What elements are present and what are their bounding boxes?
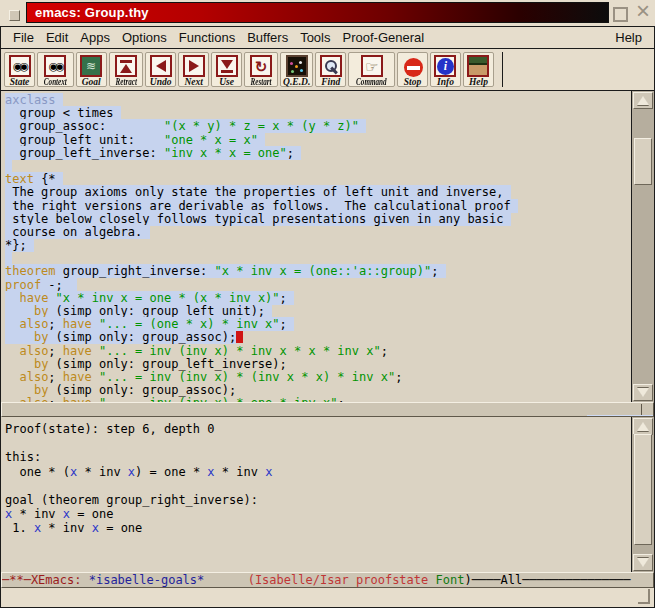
stop-icon bbox=[401, 55, 423, 77]
menu-proof-general[interactable]: Proof-General bbox=[337, 28, 431, 47]
toolbar-button-label: Undo bbox=[150, 77, 172, 87]
toolbar-button-label: Goal bbox=[82, 77, 101, 87]
next-icon bbox=[183, 55, 205, 77]
restart-icon bbox=[250, 55, 272, 77]
goal-line: x * inv x = one bbox=[5, 507, 631, 521]
goal-line: goal (theorem group_right_inverse): bbox=[5, 493, 631, 507]
undo-icon bbox=[150, 55, 172, 77]
help-button[interactable]: Help bbox=[463, 52, 494, 87]
modeline-goals: ─**─XEmacs: *isabelle-goals* (Isabelle/I… bbox=[1, 572, 654, 588]
menu-buffers[interactable]: Buffers bbox=[241, 28, 294, 47]
find-button[interactable]: Find bbox=[315, 52, 346, 87]
title-text-bar: emacs: Group.thy bbox=[26, 2, 609, 23]
toolbar-button-label: State bbox=[10, 77, 30, 87]
state-button[interactable]: State bbox=[4, 52, 35, 87]
toolbar-button-label: Info bbox=[437, 77, 454, 87]
scroll-down-icon[interactable] bbox=[633, 384, 653, 401]
retract-button[interactable]: Retract bbox=[109, 52, 144, 87]
script-scrollbar-thumb[interactable] bbox=[634, 138, 652, 185]
goal-line bbox=[5, 436, 631, 450]
info-button[interactable]: Info bbox=[430, 52, 461, 87]
window-title: emacs: Group.thy bbox=[27, 5, 149, 20]
menu-options[interactable]: Options bbox=[116, 28, 173, 47]
modeline-script: ─%%─XEmacs: Group.thy 'group_right_inver… bbox=[1, 402, 654, 417]
toolbar-separator bbox=[502, 52, 503, 87]
goal-line: this: bbox=[5, 450, 631, 464]
goal-line: 1. x * inv x = one bbox=[5, 521, 631, 535]
window-menu-button[interactable] bbox=[9, 10, 20, 21]
toolbar-button-label: Retract bbox=[115, 77, 136, 87]
use-button[interactable]: Use bbox=[211, 52, 242, 87]
script-scrollbar[interactable] bbox=[631, 91, 654, 402]
info-icon bbox=[434, 55, 456, 77]
qed-button[interactable]: Q.E.D. bbox=[280, 52, 313, 87]
goals-buffer[interactable]: Proof(state): step 6, depth 0this: one *… bbox=[1, 417, 631, 572]
toolbar-button-label: Find bbox=[321, 77, 340, 87]
minibuffer-echo-area[interactable] bbox=[1, 588, 654, 607]
use-icon bbox=[216, 55, 238, 77]
toolbar-button-label: Stop bbox=[404, 77, 421, 87]
text-cursor bbox=[236, 331, 243, 343]
menu-tools[interactable]: Tools bbox=[294, 28, 336, 47]
stop-button[interactable]: Stop bbox=[397, 52, 428, 87]
script-buffer-row: axclass group < times group_assoc: "(x *… bbox=[1, 91, 654, 402]
menubar: FileEditAppsOptionsFunctionsBuffersTools… bbox=[1, 27, 654, 49]
menu-apps[interactable]: Apps bbox=[74, 28, 116, 47]
xemacs-window: emacs: Group.thy × FileEditAppsOptionsFu… bbox=[0, 0, 655, 608]
script-buffer[interactable]: axclass group < times group_assoc: "(x *… bbox=[1, 91, 631, 402]
eyes-icon bbox=[9, 55, 31, 77]
goal-line bbox=[5, 479, 631, 493]
scroll-up-icon[interactable] bbox=[633, 92, 653, 109]
toolbar-button-label: Use bbox=[219, 77, 234, 87]
goals-scrollbar-thumb[interactable] bbox=[634, 434, 652, 545]
chalkboard-icon bbox=[80, 55, 102, 77]
menu-help[interactable]: Help bbox=[609, 28, 648, 47]
goals-scrollbar[interactable] bbox=[631, 417, 654, 572]
code-line: course on algebra. bbox=[5, 226, 631, 239]
context-button[interactable]: Context bbox=[37, 52, 74, 87]
goal-button[interactable]: Goal bbox=[76, 52, 107, 87]
qed-icon bbox=[286, 55, 308, 77]
eyes-icon bbox=[44, 55, 66, 77]
code-line bbox=[5, 160, 631, 173]
code-line: group_left_inverse: "inv x * x = one"; bbox=[5, 147, 631, 160]
command-hand-icon bbox=[361, 55, 383, 77]
help-general-icon bbox=[467, 55, 489, 77]
maximize-icon[interactable] bbox=[613, 7, 628, 22]
scroll-up-icon[interactable] bbox=[633, 418, 653, 435]
undo-button[interactable]: Undo bbox=[145, 52, 176, 87]
menu-functions[interactable]: Functions bbox=[173, 28, 241, 47]
scroll-down-icon[interactable] bbox=[633, 554, 653, 571]
command-button[interactable]: Command bbox=[348, 52, 395, 87]
toolbar-button-label: Command bbox=[356, 77, 386, 87]
retract-icon bbox=[115, 55, 137, 77]
client-area: FileEditAppsOptionsFunctionsBuffersTools… bbox=[0, 26, 655, 608]
goal-line: Proof(state): step 6, depth 0 bbox=[5, 422, 631, 436]
titlebar[interactable]: emacs: Group.thy × bbox=[0, 0, 655, 26]
menu-file[interactable]: File bbox=[7, 28, 40, 47]
menu-edit[interactable]: Edit bbox=[40, 28, 74, 47]
toolbar: StateContextGoalRetractUndoNextUseRestar… bbox=[1, 49, 654, 91]
toolbar-button-label: Context bbox=[44, 77, 67, 87]
goal-line: one * (x * inv x) = one * x * inv x bbox=[5, 465, 631, 479]
resize-grip-icon[interactable] bbox=[638, 589, 650, 604]
toolbar-button-label: Restart bbox=[251, 77, 272, 87]
close-icon[interactable]: × bbox=[636, 0, 650, 25]
toolbar-button-label: Next bbox=[184, 77, 202, 87]
code-line: theorem group_right_inverse: "x * inv x … bbox=[5, 265, 631, 278]
next-button[interactable]: Next bbox=[178, 52, 209, 87]
modeline-corner-box bbox=[641, 404, 652, 415]
code-line: *}; bbox=[5, 239, 631, 252]
toolbar-button-label: Q.E.D. bbox=[283, 77, 310, 87]
restart-button[interactable]: Restart bbox=[244, 52, 278, 87]
toolbar-button-label: Help bbox=[469, 77, 488, 87]
goals-buffer-row: Proof(state): step 6, depth 0this: one *… bbox=[1, 417, 654, 572]
find-icon bbox=[320, 55, 342, 77]
